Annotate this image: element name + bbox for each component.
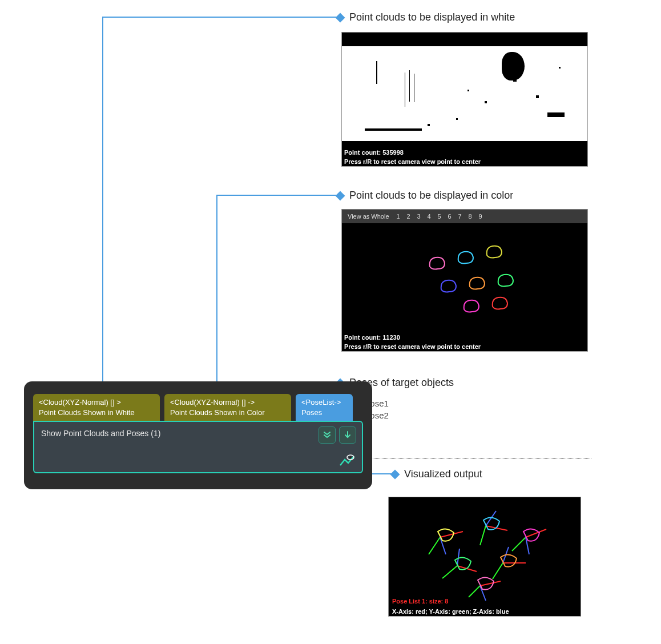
tab-name-line: Point Clouds Shown in Color [170,408,285,418]
tab-point-clouds-white[interactable]: <Cloud(XYZ-Normal) [] > Point Clouds Sho… [33,394,160,421]
diamond-icon [390,469,400,479]
tab-type-line: <Cloud(XYZ-Normal) [] > [39,397,154,408]
svg-line-13 [457,549,460,566]
separator [340,458,591,459]
svg-line-19 [480,586,486,601]
topbar-number[interactable]: 8 [466,213,475,220]
svg-line-4 [440,537,446,554]
tab-name-line: Point Clouds Shown in White [39,408,154,418]
preview-color-point-cloud: View as Whole 1 2 3 4 5 6 7 8 9 Point co… [341,209,588,352]
callout-white-label: Point clouds to be displayed in white [349,11,515,23]
cluster-shape-icon [456,249,475,265]
preview-white-point-cloud: Point count: 535998 Press r/R to reset c… [341,32,588,167]
tab-name-line: Poses [301,408,347,418]
svg-line-18 [469,586,480,597]
topbar-number[interactable]: 4 [425,213,434,220]
point-count-label: Point count: 535998 [344,149,404,156]
topbar-number[interactable]: 2 [404,213,413,220]
svg-line-9 [512,537,526,551]
node-body[interactable]: Show Point Clouds and Poses (1) [33,421,363,473]
node-panel: <Cloud(XYZ-Normal) [] > Point Clouds Sho… [24,381,372,489]
callout-output-label: Visualized output [404,468,482,480]
cluster-shape-icon [496,272,515,288]
double-chevron-down-icon [323,430,332,440]
collapse-button[interactable] [319,426,336,444]
cluster-shape-icon [428,255,447,271]
topbar-number[interactable]: 9 [476,213,485,220]
callout-color-label: Point clouds to be displayed in color [349,190,513,202]
diamond-icon [336,191,345,200]
cluster-shape-icon [462,298,481,314]
topbar-number[interactable]: 1 [394,213,403,220]
arrow-down-icon [343,430,352,440]
topbar-number[interactable]: 6 [445,213,454,220]
svg-line-3 [429,537,440,554]
preview-visualized-output: Pose List 1: size: 8 X-Axis: red; Y-Axis… [388,497,581,617]
node-title: Show Point Clouds and Poses (1) [41,429,355,438]
node-input-tabs: <Cloud(XYZ-Normal) [] > Point Clouds Sho… [33,394,363,421]
cluster-shape-icon [485,244,504,260]
thumb2-topbar: View as Whole 1 2 3 4 5 6 7 8 9 [342,210,587,223]
svg-line-12 [442,566,457,578]
axis-legend-label: X-Axis: red; Y-Axis: green; Z-Axis: blue [392,608,509,615]
tab-type-line: <PoseList-> [301,397,347,408]
callout-color: Point clouds to be displayed in color [337,190,513,202]
diamond-icon [336,13,345,22]
visualize-output-icon[interactable] [339,454,355,468]
view-as-whole-label[interactable]: View as Whole [344,213,393,220]
tab-point-clouds-color[interactable]: <Cloud(XYZ-Normal) [] -> Point Clouds Sh… [164,394,291,421]
callout-white: Point clouds to be displayed in white [337,11,515,23]
cluster-shape-icon [467,275,487,291]
topbar-number[interactable]: 5 [435,213,444,220]
svg-line-15 [493,563,503,579]
reset-hint-label: Press r/R to reset camera view point to … [344,343,481,350]
svg-point-1 [349,456,352,458]
topbar-number[interactable]: 3 [414,213,424,220]
svg-line-17 [480,581,501,586]
point-count-label: Point count: 11230 [344,334,400,341]
svg-line-2 [440,532,463,537]
cluster-shape-icon [490,295,510,311]
pose-list-size-label: Pose List 1: size: 8 [392,598,448,605]
topbar-number[interactable]: 7 [456,213,465,220]
download-button[interactable] [339,426,356,444]
reset-hint-label: Press r/R to reset camera view point to … [344,158,481,165]
callout-output: Visualized output [392,468,482,480]
cluster-shape-icon [439,278,458,294]
svg-line-6 [480,526,486,545]
tab-type-line: <Cloud(XYZ-Normal) [] -> [170,397,285,408]
tab-poses[interactable]: <PoseList-> Poses [296,394,353,421]
